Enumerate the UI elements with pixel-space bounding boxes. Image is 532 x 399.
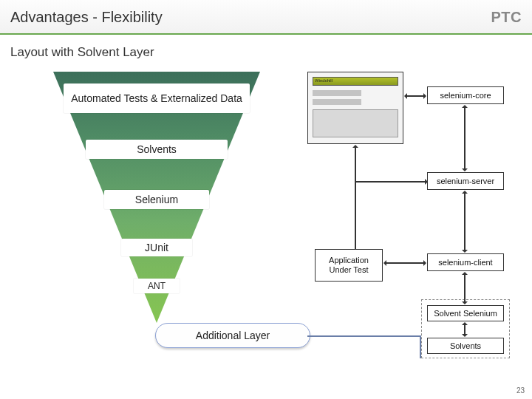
browser-content-block: [313, 109, 398, 137]
browser-window: Windchill: [307, 72, 403, 144]
triangle-band-tests: Automated Tests & Externalized Data: [64, 83, 250, 113]
slide-header: Advantages - Flexibility PTC: [0, 0, 532, 35]
triangle-band-ant: ANT: [134, 279, 180, 293]
triangle-band-junit: JUnit: [121, 239, 192, 256]
page-number: 23: [516, 386, 525, 395]
arrow-client-solvent: [464, 273, 466, 304]
architecture-diagram: Windchill selenium-core selenium-server …: [296, 72, 517, 375]
arrow-browser-core: [405, 95, 426, 97]
slide-title: Advantages - Flexibility: [10, 9, 163, 26]
slide-content: Automated Tests & Externalized Data Solv…: [0, 64, 532, 389]
arrow-aut-server: [355, 181, 427, 183]
arrow-core-server: [464, 106, 466, 171]
box-solvents: Solvents: [427, 338, 504, 354]
arrow-aut-client: [384, 262, 426, 264]
triangle-band-solvents: Solvents: [86, 140, 228, 159]
additional-layer-callout: Additional Layer: [155, 323, 310, 348]
layer-triangle: Automated Tests & Externalized Data Solv…: [53, 72, 260, 323]
ptc-logo: PTC: [491, 9, 522, 26]
arrow-browser-aut: [355, 146, 356, 249]
browser-chrome-row: [313, 99, 361, 105]
arrow-server-client: [464, 191, 466, 252]
arrow-solvent-solvents: [464, 323, 466, 336]
slide-subtitle: Layout with Solvent Layer: [0, 35, 532, 64]
callout-label: Additional Layer: [196, 330, 270, 341]
triangle-band-selenium: Selenium: [104, 190, 209, 209]
browser-title: Windchill: [315, 78, 332, 83]
box-application-under-test: Application Under Test: [315, 249, 383, 282]
browser-chrome-row: [313, 90, 361, 96]
